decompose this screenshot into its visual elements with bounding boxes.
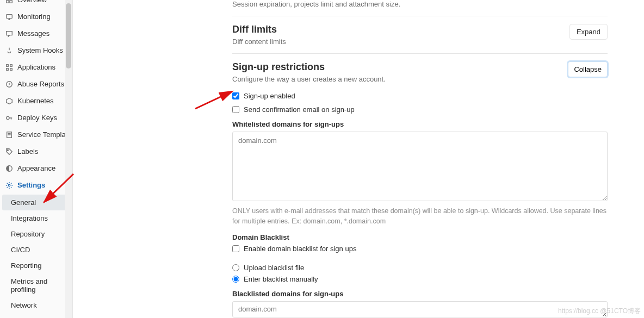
svg-point-15 <box>8 184 10 186</box>
message-icon <box>5 30 13 38</box>
account-limit-desc: Session expiration, projects limit and a… <box>232 0 608 8</box>
svg-rect-6 <box>10 64 13 66</box>
whitelist-help: ONLY users with e-mail addresses that ma… <box>232 206 608 227</box>
sidebar-item-label: Labels <box>17 147 38 155</box>
signup-restrictions-section: Sign-up restrictions Configure the way a… <box>232 53 608 318</box>
signup-title: Sign-up restrictions <box>232 61 608 73</box>
svg-marker-10 <box>7 98 13 104</box>
sidebar-item-label: Overview <box>17 0 47 4</box>
sidebar-item-abuse-reports[interactable]: Abuse Reports 0 <box>0 76 72 92</box>
manual-blacklist-label: Enter blacklist manually <box>244 275 318 283</box>
scroll-thumb[interactable] <box>66 3 71 68</box>
main-content: Session expiration, projects limit and a… <box>73 0 644 318</box>
blacklist-enable-label: Enable domain blacklist for sign ups <box>244 245 356 253</box>
template-icon <box>5 131 13 139</box>
sub-item-network[interactable]: Network <box>0 297 72 313</box>
sidebar-item-label: Monitoring <box>17 13 51 21</box>
svg-rect-3 <box>10 0 12 2</box>
appearance-icon <box>5 165 13 172</box>
sidebar-item-settings[interactable]: Settings <box>0 177 72 194</box>
sidebar-item-deploy-keys[interactable]: Deploy Keys <box>0 109 72 126</box>
gear-icon <box>5 182 13 189</box>
sidebar-item-label: Settings <box>17 181 45 189</box>
sidebar-item-service-templates[interactable]: Service Templates <box>0 126 72 143</box>
sub-item-reporting[interactable]: Reporting <box>0 258 72 273</box>
sidebar-scrollbar[interactable] <box>65 0 72 318</box>
blacklist-domains-label: Blacklisted domains for sign-ups <box>232 290 608 298</box>
kubernetes-icon <box>5 97 13 105</box>
sidebar-item-system-hooks[interactable]: System Hooks <box>0 42 72 59</box>
diff-limits-desc: Diff content limits <box>232 38 608 46</box>
signup-desc: Configure the way a user creates a new a… <box>232 75 608 83</box>
sidebar-item-kubernetes[interactable]: Kubernetes <box>0 92 72 109</box>
svg-rect-8 <box>10 68 13 70</box>
sub-item-cicd[interactable]: CI/CD <box>0 242 72 258</box>
dashboard-icon <box>5 0 13 4</box>
watermark: https://blog.cc @51CTO博客 <box>558 307 641 316</box>
hooks-icon <box>5 47 13 54</box>
manual-blacklist-radio[interactable] <box>232 276 239 283</box>
sidebar-item-label: Applications <box>17 63 55 71</box>
sidebar-item-applications[interactable]: Applications <box>0 59 72 76</box>
expand-button[interactable]: Expand <box>569 24 608 40</box>
blacklist-enable-checkbox[interactable] <box>232 245 239 252</box>
sidebar-item-messages[interactable]: Messages <box>0 25 72 42</box>
svg-rect-7 <box>7 68 9 70</box>
sidebar-item-overview[interactable]: Overview <box>0 0 72 8</box>
upload-blacklist-radio[interactable] <box>232 264 239 271</box>
sub-item-repository[interactable]: Repository <box>0 226 72 242</box>
upload-blacklist-label: Upload blacklist file <box>244 264 304 272</box>
svg-rect-4 <box>7 14 13 18</box>
signup-enabled-checkbox[interactable] <box>232 92 239 99</box>
sidebar-item-label: System Hooks <box>17 46 63 54</box>
svg-rect-2 <box>7 0 9 2</box>
svg-point-11 <box>7 116 9 119</box>
sidebar-item-appearance[interactable]: Appearance <box>0 160 72 177</box>
apps-icon <box>5 64 13 71</box>
diff-limits-section: Diff limits Diff content limits Expand <box>232 16 608 53</box>
sidebar-item-labels[interactable]: Labels <box>0 143 72 160</box>
whitelist-textarea[interactable] <box>232 132 608 201</box>
svg-rect-5 <box>7 64 9 66</box>
blacklist-textarea[interactable] <box>232 301 608 317</box>
key-icon <box>5 114 13 122</box>
settings-sublist: General Integrations Repository CI/CD Re… <box>0 194 72 318</box>
sidebar-item-label: Abuse Reports <box>17 80 64 88</box>
svg-point-13 <box>8 149 9 151</box>
sub-item-integrations[interactable]: Integrations <box>0 210 72 226</box>
sub-item-metrics[interactable]: Metrics and profiling <box>0 273 72 297</box>
sidebar-item-label: Deploy Keys <box>17 114 57 122</box>
confirmation-email-label: Send confirmation email on sign-up <box>244 105 355 114</box>
sub-item-preferences[interactable]: Preferences <box>0 313 72 318</box>
sidebar-item-label: Kubernetes <box>17 97 54 105</box>
abuse-icon <box>5 80 13 88</box>
labels-icon <box>5 148 13 155</box>
whitelist-label: Whitelisted domains for sign-ups <box>232 120 608 128</box>
sub-item-general[interactable]: General <box>2 195 70 210</box>
diff-limits-title: Diff limits <box>232 24 608 35</box>
confirmation-email-checkbox[interactable] <box>232 106 239 113</box>
sidebar-item-label: Appearance <box>17 164 55 172</box>
sidebar-item-label: Messages <box>17 29 49 38</box>
monitor-icon <box>5 13 13 21</box>
collapse-button[interactable]: Collapse <box>568 61 608 77</box>
sidebar-item-monitoring[interactable]: Monitoring <box>0 8 72 25</box>
signup-enabled-label: Sign-up enabled <box>244 92 295 100</box>
admin-sidebar: Overview Monitoring Messages System Hook… <box>0 0 73 318</box>
blacklist-label: Domain Blacklist <box>232 233 608 241</box>
